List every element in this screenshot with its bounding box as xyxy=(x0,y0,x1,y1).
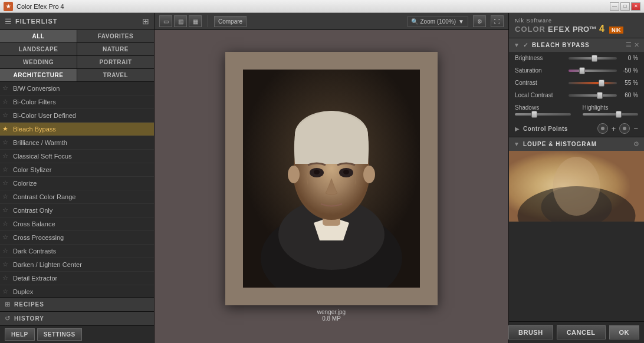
brightness-label: Brightness xyxy=(515,55,565,61)
zoom-arrow-icon: ▼ xyxy=(458,18,464,25)
star-icon[interactable]: ☆ xyxy=(2,111,11,120)
local-contrast-slider[interactable] xyxy=(569,94,617,97)
filter-cross-processing[interactable]: ☆ Cross Processing xyxy=(0,231,154,245)
cancel-button[interactable]: CANCEL xyxy=(557,325,606,339)
shadows-thumb[interactable] xyxy=(531,111,537,118)
contrast-value: 55 % xyxy=(620,80,638,86)
fullscreen-icon[interactable]: ⛶ xyxy=(491,15,504,27)
star-icon[interactable]: ☆ xyxy=(2,233,11,242)
zoom-control[interactable]: 🔍 Zoom (100%) ▼ xyxy=(407,17,468,27)
star-icon[interactable]: ☆ xyxy=(2,179,11,187)
star-icon[interactable]: ☆ xyxy=(2,220,11,228)
bleach-bypass-header[interactable]: ▼ ✓ BLEACH BYPASS ☰ ✕ xyxy=(509,38,644,52)
tab-architecture[interactable]: ARCHITECTURE xyxy=(0,69,77,81)
brightness-slider[interactable] xyxy=(569,57,617,60)
star-icon[interactable]: ☆ xyxy=(2,84,11,93)
filter-brilliance[interactable]: ☆ Brilliance / Warmth xyxy=(0,136,154,150)
filter-darken-lighten[interactable]: ☆ Darken / Lighten Center xyxy=(0,258,154,272)
history-section[interactable]: ↺ HISTORY xyxy=(0,311,154,325)
saturation-row: Saturation -50 % xyxy=(509,64,644,77)
saturation-thumb[interactable] xyxy=(579,67,585,74)
filter-colorize[interactable]: ☆ Colorize xyxy=(0,177,154,190)
tab-landscape[interactable]: LANDSCAPE xyxy=(0,43,77,55)
star-icon[interactable]: ☆ xyxy=(2,152,11,160)
brush-button[interactable]: BRUSH xyxy=(508,325,553,339)
list-icon[interactable]: ☰ xyxy=(626,41,632,49)
close-panel-icon[interactable]: ✕ xyxy=(634,41,639,49)
add-control-point-btn[interactable] xyxy=(597,123,608,134)
tab-portrait[interactable]: PORTRAIT xyxy=(77,56,154,68)
ok-button[interactable]: OK xyxy=(609,325,640,339)
filter-dark-contrasts[interactable]: ☆ Dark Contrasts xyxy=(0,245,154,258)
remove-cp-icon[interactable]: − xyxy=(633,124,638,133)
add-filter-icon[interactable]: ⊞ xyxy=(142,17,149,26)
filter-duplex[interactable]: ☆ Duplex xyxy=(0,285,154,297)
filter-classical-soft[interactable]: ☆ Classical Soft Focus xyxy=(0,150,154,163)
tab-favorites[interactable]: FAVORITES xyxy=(77,30,154,42)
view-split-icon[interactable]: ▧ xyxy=(174,15,187,27)
enabled-check[interactable]: ✓ xyxy=(523,41,528,49)
highlights-thumb[interactable] xyxy=(616,111,622,118)
shadows-slider[interactable] xyxy=(515,113,571,116)
loupe-header[interactable]: ▼ LOUPE & HISTOGRAM ⚙ xyxy=(509,137,644,151)
tab-travel[interactable]: TRAVEL xyxy=(77,69,154,81)
star-icon[interactable]: ☆ xyxy=(2,166,11,174)
photo-megapixels: 0.8 MP xyxy=(225,315,438,322)
app-icon: ★ xyxy=(4,2,13,11)
minimize-button[interactable]: — xyxy=(610,2,619,11)
highlights-section: Highlights xyxy=(583,104,639,116)
tab-nature[interactable]: NATURE xyxy=(77,43,154,55)
star-icon[interactable]: ☆ xyxy=(2,274,11,282)
filter-color-stylizer[interactable]: ☆ Color Stylizer xyxy=(0,163,154,177)
close-button[interactable]: ✕ xyxy=(631,2,640,11)
remove-control-point-btn[interactable] xyxy=(619,123,630,134)
filter-bw-conversion[interactable]: ☆ B/W Conversion xyxy=(0,82,154,95)
local-contrast-value: 60 % xyxy=(620,92,638,98)
filter-bleach-bypass[interactable]: ★ Bleach Bypass xyxy=(0,123,154,136)
shadows-label: Shadows xyxy=(515,104,571,111)
main-layout: ☰ FILTERLIST ⊞ ALL FAVORITES LANDSCAPE N… xyxy=(0,13,644,343)
recipes-section[interactable]: ⊞ RECIPES xyxy=(0,297,154,311)
filter-contrast-color-range[interactable]: ☆ Contrast Color Range xyxy=(0,190,154,204)
filter-bicolor-user[interactable]: ☆ Bi-Color User Defined xyxy=(0,109,154,123)
star-icon[interactable]: ☆ xyxy=(2,193,11,201)
contrast-slider[interactable] xyxy=(569,82,617,84)
star-icon[interactable]: ★ xyxy=(2,125,11,133)
control-points-arrow[interactable]: ▶ xyxy=(515,126,520,132)
tab-all[interactable]: ALL xyxy=(0,30,77,42)
shadows-section: Shadows xyxy=(515,104,571,116)
star-icon[interactable]: ☆ xyxy=(2,260,11,269)
local-contrast-thumb[interactable] xyxy=(597,92,603,99)
brand-color: COLOR xyxy=(515,25,546,34)
maximize-button[interactable]: □ xyxy=(620,2,630,11)
brand-efex: EFEX xyxy=(548,25,570,34)
star-icon[interactable]: ☆ xyxy=(2,288,11,296)
filter-scroll[interactable]: ☆ B/W Conversion ☆ Bi-Color Filters ☆ Bi… xyxy=(0,82,154,297)
star-icon[interactable]: ☆ xyxy=(2,98,11,106)
saturation-label: Saturation xyxy=(515,67,565,74)
view-grid-icon[interactable]: ▦ xyxy=(189,15,202,27)
help-button[interactable]: HELP xyxy=(5,328,35,341)
settings-button[interactable]: SETTINGS xyxy=(37,328,82,341)
brightness-thumb[interactable] xyxy=(592,55,597,62)
compare-button[interactable]: Compare xyxy=(214,16,247,27)
filter-detail-extractor[interactable]: ☆ Detail Extractor xyxy=(0,272,154,285)
action-buttons: BRUSH CANCEL OK xyxy=(509,321,644,343)
star-icon[interactable]: ☆ xyxy=(2,138,11,147)
add-cp-icon[interactable]: + xyxy=(612,124,616,133)
saturation-slider[interactable] xyxy=(569,70,617,72)
loupe-gear-icon[interactable]: ⚙ xyxy=(633,140,639,148)
highlights-slider[interactable] xyxy=(583,113,639,116)
adjust-icon[interactable]: ⚙ xyxy=(473,15,486,27)
star-icon[interactable]: ☆ xyxy=(2,206,11,215)
saturation-value: -50 % xyxy=(620,67,638,74)
filter-cross-balance[interactable]: ☆ Cross Balance xyxy=(0,217,154,231)
tab-wedding[interactable]: WEDDING xyxy=(0,56,77,68)
filter-bicolor-filters[interactable]: ☆ Bi-Color Filters xyxy=(0,95,154,109)
filter-contrast-only[interactable]: ☆ Contrast Only xyxy=(0,204,154,217)
menu-icon[interactable]: ☰ xyxy=(5,17,12,26)
contrast-thumb[interactable] xyxy=(599,80,604,87)
star-icon[interactable]: ☆ xyxy=(2,247,11,255)
shadow-highlight-row: Shadows Highlights xyxy=(509,101,644,120)
view-single-icon[interactable]: ▭ xyxy=(159,15,172,27)
